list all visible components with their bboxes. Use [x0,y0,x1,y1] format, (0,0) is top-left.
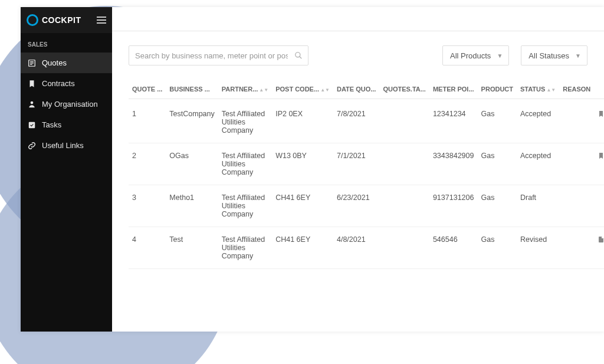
column-header[interactable]: PRODUCT [478,80,517,99]
column-header[interactable]: STATUS▲▼ [517,80,559,99]
quotes-table: QUOTE ...BUSINESS ...PARTNER...▲▼POST CO… [129,80,604,269]
sidebar-item-quotes[interactable]: Quotes [21,53,112,73]
brand-name: COCKPIT [42,15,81,25]
table-cell: Test Affiliated Utilities Company [218,99,272,143]
quotes-icon [28,59,36,67]
column-header[interactable]: BUSINESS ... [166,80,218,99]
table-body: 1TestCompanyTest Affiliated Utilities Co… [129,99,604,269]
column-header[interactable]: QUOTE ... [129,80,166,99]
sidebar-item-my-organisation[interactable]: My Organisation [21,94,112,114]
table-cell: Gas [478,99,517,143]
table-cell: 2 [129,143,166,185]
sidebar-nav: QuotesContractsMy OrganisationTasksUsefu… [21,53,112,156]
links-icon [28,142,36,150]
table-cell [379,143,429,185]
sidebar-item-contracts[interactable]: Contracts [21,73,112,94]
sort-icon: ▲▼ [259,87,268,93]
sidebar: COCKPIT SALES QuotesContractsMy Organisa… [21,7,112,332]
product-dropdown[interactable]: All Products ▼ [442,45,509,65]
chevron-down-icon: ▼ [497,53,503,59]
menu-toggle-icon[interactable] [97,17,106,24]
logo-icon [27,14,38,26]
table-cell: Gas [478,185,517,227]
table-cell: CH41 6EY [272,227,333,269]
table-cell: 7/1/2021 [333,143,379,185]
table-cell [379,99,429,143]
table-cell: 7/8/2021 [333,99,379,143]
app-window: COCKPIT SALES QuotesContractsMy Organisa… [21,7,604,332]
bookmark-icon[interactable] [598,110,604,118]
sidebar-item-label: Contracts [42,79,75,88]
row-actions-cell [594,185,604,227]
table-cell: W13 0BY [272,143,333,185]
table-cell [379,185,429,227]
table-cell: 3343842909 [429,143,478,185]
topbar [112,7,604,31]
column-header[interactable]: METER POI... [429,80,478,99]
table-cell: TestCompany [166,99,218,143]
table-row[interactable]: 1TestCompanyTest Affiliated Utilities Co… [129,99,604,143]
status-dropdown-label: All Statuses [528,51,569,60]
table-cell: 1 [129,99,166,143]
table-cell: Draft [517,185,559,227]
column-header[interactable]: DATE QUO... [333,80,379,99]
chevron-down-icon: ▼ [575,53,581,59]
sidebar-item-useful-links[interactable]: Useful Links [21,135,112,156]
table-cell: 4/8/2021 [333,227,379,269]
table-cell: Gas [478,143,517,185]
table-cell: Revised [517,227,559,269]
contracts-icon [28,80,36,88]
sidebar-item-label: My Organisation [42,100,98,109]
search-input[interactable] [129,45,308,65]
table-row[interactable]: 2OGasTest Affiliated Utilities CompanyW1… [129,143,604,185]
filter-bar: All Products ▼ All Statuses ▼ [112,45,604,80]
search-icon[interactable] [294,51,303,60]
svg-rect-5 [29,122,35,128]
table-cell: OGas [166,143,218,185]
table-cell: Accepted [517,99,559,143]
column-header[interactable]: POST CODE...▲▼ [272,80,333,99]
table-cell: CH41 6EY [272,185,333,227]
sort-icon: ▲▼ [546,87,556,93]
table-header-row: QUOTE ...BUSINESS ...PARTNER...▲▼POST CO… [129,80,604,99]
product-dropdown-label: All Products [450,51,491,60]
svg-point-4 [31,101,34,104]
divider [112,31,604,31]
table-cell: 3 [129,185,166,227]
table-cell: Gas [478,227,517,269]
column-header[interactable]: QUOTES.TA... [379,80,429,99]
table-cell [559,99,594,143]
table-row[interactable]: 4TestTest Affiliated Utilities CompanyCH… [129,227,604,269]
sidebar-section-label: SALES [21,33,112,53]
row-actions-cell [594,99,604,143]
sidebar-item-label: Quotes [42,58,67,67]
table-cell: 4 [129,227,166,269]
svg-line-7 [300,57,302,59]
table-cell: Test [166,227,218,269]
sidebar-item-label: Tasks [42,120,61,129]
bookmark-icon[interactable] [598,152,604,160]
column-header[interactable]: PARTNER...▲▼ [218,80,272,99]
row-actions-cell [594,227,604,269]
table-cell [559,185,594,227]
table-cell: Test Affiliated Utilities Company [218,143,272,185]
header: COCKPIT [21,7,112,33]
table-cell: 12341234 [429,99,478,143]
table-cell [559,227,594,269]
search-box [129,45,308,65]
table-cell: Metho1 [166,185,218,227]
table-cell: Test Affiliated Utilities Company [218,185,272,227]
org-icon [28,100,36,109]
svg-point-6 [296,53,300,57]
status-dropdown[interactable]: All Statuses ▼ [521,45,587,65]
bookmark-icon[interactable] [598,235,604,244]
table-row[interactable]: 3Metho1Test Affiliated Utilities Company… [129,185,604,227]
table-container: QUOTE ...BUSINESS ...PARTNER...▲▼POST CO… [112,80,604,332]
table-cell: Accepted [517,143,559,185]
table-cell: 9137131206 [429,185,478,227]
column-header[interactable]: REASON [559,80,594,99]
sidebar-item-tasks[interactable]: Tasks [21,114,112,135]
table-cell [379,227,429,269]
tasks-icon [28,121,36,129]
sort-icon: ▲▼ [320,87,330,93]
